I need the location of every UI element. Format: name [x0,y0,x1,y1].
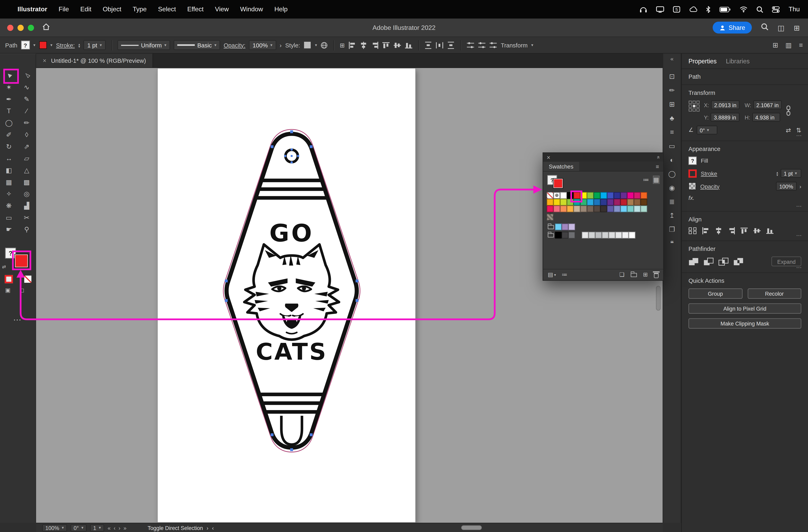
swatch-d6186f[interactable] [634,192,641,199]
distribute-spacing-icon[interactable] [447,41,455,49]
swatch-603913[interactable] [641,199,647,206]
arrange-documents-icon[interactable]: ⊞ [772,41,778,49]
flip-horizontal-icon[interactable]: ⇄ [786,127,791,134]
swatch-6dcff6[interactable] [620,206,627,212]
fill-dropdown-icon[interactable]: ▾ [33,43,35,48]
swatch-f68e56[interactable] [560,206,567,212]
style-dropdown-icon[interactable]: ▾ [315,43,317,48]
toolbar-fill-unknown[interactable]: ? [5,248,16,259]
swatch-pattern[interactable] [547,214,553,221]
swatch-ffffff[interactable] [560,192,567,199]
w-field[interactable]: 2.1067 in [753,100,782,109]
zoom-tool[interactable]: ⚲ [18,224,36,235]
stroke-weight-field[interactable]: 1 pt▾ [84,40,106,50]
tab-swatches[interactable]: Swatches [543,162,579,171]
headphones-icon[interactable] [640,6,647,13]
minus-front-icon[interactable] [703,257,714,266]
swatch-736357[interactable] [587,206,594,212]
list-view-icon[interactable]: ≔ [643,176,649,184]
align-to-pixel-grid-button[interactable]: Align to Pixel Grid [688,303,801,314]
mesh-tool[interactable]: ▦ [0,176,18,188]
artboard-navigation-dropdown[interactable]: 1▾ [90,524,104,531]
previous-artboard-icon[interactable]: ‹ [114,525,115,531]
artboards-icon[interactable]: ▭ [669,143,675,149]
column-graph-tool[interactable]: ▟ [18,200,36,212]
constrain-proportions-icon[interactable] [786,105,791,117]
minimize-window-button[interactable] [18,24,24,31]
stroke-swatch[interactable] [688,169,697,177]
swatch-605ca8[interactable] [607,206,614,212]
artboard[interactable]: GO CATS [158,69,416,522]
rotation-field[interactable]: 0°▾ [697,126,717,134]
fill-label[interactable]: Fill [701,158,708,164]
menu-edit[interactable]: Edit [80,6,91,13]
shape-builder-tool[interactable]: ◧ [0,164,18,176]
width-tool[interactable]: ↔ [0,152,18,164]
align-hcenter-icon[interactable] [715,227,722,234]
symbol-sprayer-tool[interactable]: ❋ [0,200,18,212]
swatch-none[interactable] [547,192,553,199]
reference-point-locator[interactable] [688,100,700,113]
distribute-vertical-icon[interactable] [425,41,432,49]
type-tool[interactable]: T [0,105,18,117]
swatch-bbe0e3[interactable] [634,206,641,212]
align-right-icon[interactable] [371,41,379,49]
menu-select[interactable]: Select [158,6,176,13]
go-cats-artwork[interactable]: GO CATS [158,69,416,522]
swatch-ffffff[interactable] [629,232,635,239]
swatch-8dc63f[interactable] [587,192,594,199]
menu-effect[interactable]: Effect [187,6,204,13]
x-field[interactable]: 2.0913 in [711,100,739,109]
swatch-bcbec0[interactable] [595,232,602,239]
swatch-998675[interactable] [580,206,587,212]
shaper-tool[interactable]: ✐ [0,129,18,141]
workspace-icon[interactable]: ◫ [778,23,785,32]
unite-icon[interactable] [688,257,699,266]
app-grid-icon[interactable]: ⊞ [794,23,800,32]
swatch-e6e7e8[interactable] [615,232,622,239]
group-button[interactable]: Group [688,288,742,299]
swatch-d0d2d3[interactable] [602,232,609,239]
swatch-a97c50[interactable] [627,199,634,206]
close-document-icon[interactable]: × [43,57,47,64]
swatch-dcddde[interactable] [609,232,615,239]
align-top-icon[interactable] [382,41,390,49]
fill-proxy-swatch[interactable] [15,254,28,267]
collapse-panel-icon[interactable]: » [655,156,661,159]
rotate-tool[interactable]: ↻ [0,141,18,153]
panel-menu-icon[interactable]: ≡ [656,162,663,171]
swatches-icon[interactable]: ⊞ [669,101,675,108]
pathfinder-more-options[interactable]: ⋯ [796,264,803,271]
appearance-more-options[interactable]: ⋯ [796,203,803,209]
none-swatch[interactable] [24,275,32,283]
menu-object[interactable]: Object [103,6,122,13]
swatches-panel-header[interactable]: × » [543,153,663,162]
document-setup-icon[interactable]: ⊞ [340,41,345,49]
align-top-icon[interactable] [740,227,748,234]
ellipse-tool[interactable]: ◯ [0,117,18,129]
stroke-weight-stepper[interactable]: ▴▾ [776,171,778,176]
transform-dropdown-icon[interactable]: ▾ [531,43,533,48]
swatch-fff200[interactable] [580,192,587,199]
gradient-icon[interactable]: ◐ [670,157,674,163]
share-button[interactable]: Share [713,22,752,34]
perspective-grid-tool[interactable]: △ [18,164,36,176]
control-center-icon[interactable] [772,6,780,13]
symbols-icon[interactable]: ♣ [670,115,674,121]
swatch-libraries-icon[interactable]: ▤▾ [548,271,556,278]
stroke-proxy-swatch[interactable] [5,275,13,283]
swatch-f1f1f2[interactable] [622,232,629,239]
swatch-00a651[interactable] [594,192,600,199]
paintbrush-tool[interactable]: ✏ [18,117,36,129]
artwork-text-cats[interactable]: CATS [256,338,327,365]
gradient-tool[interactable]: ▩ [18,176,36,188]
swatch-f5d60e[interactable] [553,199,560,206]
swatch-2bb673[interactable] [580,199,587,206]
free-transform-tool[interactable]: ▱ [18,152,36,164]
swatch-000000[interactable] [567,192,573,199]
vertical-scrollbar[interactable] [656,286,661,310]
align-hcenter-icon[interactable] [360,41,367,49]
canvas[interactable]: GO CATS [36,68,663,523]
align-vmiddle-icon[interactable] [753,227,761,234]
menubar-clock[interactable]: Thu [789,6,800,13]
